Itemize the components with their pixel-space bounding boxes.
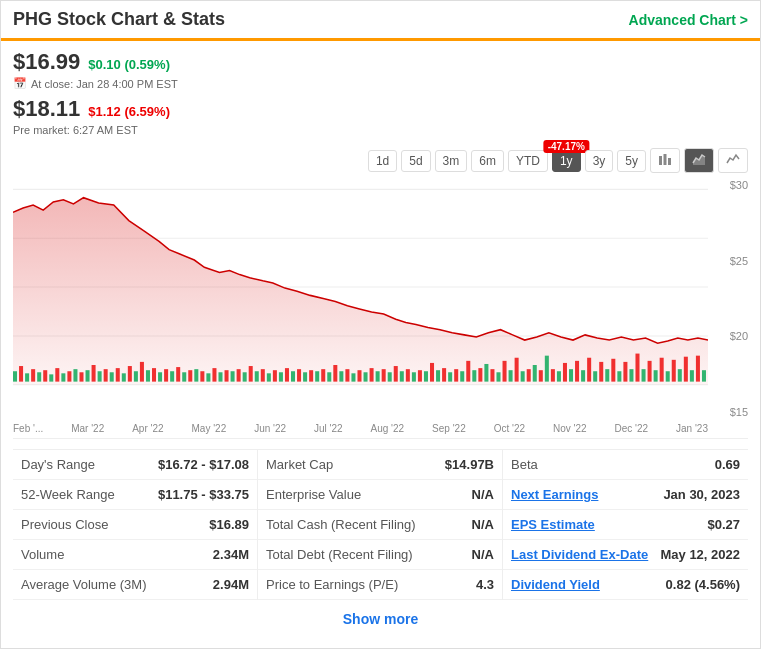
x-label-apr22: Apr '22 [132,423,163,434]
x-label-aug22: Aug '22 [371,423,405,434]
premarket-section: $18.11 $1.12 (6.59%) Pre market: 6:27 AM… [1,94,760,142]
svg-rect-99 [551,369,555,381]
svg-rect-56 [291,371,295,381]
svg-rect-120 [678,369,682,381]
svg-rect-91 [503,361,507,382]
svg-rect-28 [122,373,126,381]
stock-chart-svg [13,179,708,418]
svg-rect-27 [116,368,120,382]
stat-total-debt: Total Debt (Recent Filing) N/A [258,540,502,570]
stat-eps-estimate-label[interactable]: EPS Estimate [511,517,595,532]
stat-total-debt-value: N/A [472,547,494,562]
svg-rect-105 [587,358,591,382]
svg-rect-77 [418,370,422,381]
chart-type-bar-btn[interactable] [650,148,680,173]
svg-rect-51 [261,369,265,381]
svg-rect-14 [37,372,41,381]
svg-rect-89 [490,369,494,381]
stat-next-earnings-value: Jan 30, 2023 [663,487,740,502]
time-btn-5d[interactable]: 5d [401,150,430,172]
svg-rect-75 [406,369,410,381]
chart-type-line-btn[interactable] [718,148,748,173]
svg-rect-13 [31,369,35,381]
svg-rect-93 [515,358,519,382]
stat-prev-close: Previous Close $16.89 [13,510,257,540]
time-btn-ytd-wrapper: YTD [508,150,548,172]
stat-days-range: Day's Range $16.72 - $17.08 [13,450,257,480]
svg-rect-0 [659,156,662,165]
time-btn-1d[interactable]: 1d [368,150,397,172]
price-section: $16.99 $0.10 (0.59%) 📅 At close: Jan 28 … [1,41,760,94]
stat-52week-range: 52-Week Range $11.75 - $33.75 [13,480,257,510]
svg-rect-55 [285,368,289,382]
stat-52week-value: $11.75 - $33.75 [158,487,249,502]
advanced-chart-link[interactable]: Advanced Chart > [629,12,748,28]
time-btn-1d-wrapper: 1d [368,150,397,172]
premarket-price-row: $18.11 $1.12 (6.59%) [13,96,748,122]
stat-total-cash: Total Cash (Recent Filing) N/A [258,510,502,540]
time-btn-6m-wrapper: 6m [471,150,504,172]
close-meta: 📅 At close: Jan 28 4:00 PM EST [13,77,748,90]
x-label-sep22: Sep '22 [432,423,466,434]
svg-rect-66 [351,373,355,381]
svg-rect-50 [255,371,259,381]
stat-last-dividend-value: May 12, 2022 [660,547,740,562]
stat-enterprise-value: Enterprise Value N/A [258,480,502,510]
svg-rect-1 [664,154,667,165]
svg-rect-124 [702,370,706,381]
svg-rect-11 [19,366,23,382]
stat-dividend-yield-label[interactable]: Dividend Yield [511,577,600,592]
svg-rect-2 [668,158,671,165]
time-btn-5y[interactable]: 5y [617,150,646,172]
svg-rect-122 [690,370,694,381]
chart-svg-wrapper [13,179,708,418]
x-label-feb: Feb '... [13,423,43,434]
show-more-row: Show more [13,600,748,638]
svg-rect-118 [666,371,670,381]
svg-rect-20 [73,369,77,381]
premarket-change: $1.12 (6.59%) [88,104,170,119]
stat-last-dividend-label[interactable]: Last Dividend Ex-Date [511,547,648,562]
svg-rect-42 [206,373,210,381]
svg-rect-109 [611,359,615,382]
stat-pe-ratio-label: Price to Earnings (P/E) [266,577,398,592]
time-btn-ytd[interactable]: YTD [508,150,548,172]
stat-market-cap-label: Market Cap [266,457,333,472]
premarket-price: $18.11 [13,96,80,122]
svg-rect-95 [527,369,531,381]
stat-last-dividend: Last Dividend Ex-Date May 12, 2022 [503,540,748,570]
stat-enterprise-value-value: N/A [472,487,494,502]
stat-dividend-yield-value: 0.82 (4.56%) [666,577,740,592]
stat-avg-volume-value: 2.94M [213,577,249,592]
stat-beta-value: 0.69 [715,457,740,472]
x-label-may22: May '22 [192,423,227,434]
chart-type-area-btn[interactable] [684,148,714,173]
svg-rect-90 [496,372,500,381]
show-more-link[interactable]: Show more [343,611,418,627]
x-label-dec22: Dec '22 [614,423,648,434]
svg-rect-52 [267,373,271,381]
time-btn-3y[interactable]: 3y [585,150,614,172]
time-btn-3m[interactable]: 3m [435,150,468,172]
svg-rect-64 [339,371,343,381]
stat-prev-close-label: Previous Close [21,517,108,532]
time-btn-1y[interactable]: 1y [552,150,581,172]
svg-rect-114 [642,369,646,381]
x-label-jan23: Jan '23 [676,423,708,434]
stat-next-earnings-label[interactable]: Next Earnings [511,487,598,502]
stat-total-debt-label: Total Debt (Recent Filing) [266,547,413,562]
time-btn-6m[interactable]: 6m [471,150,504,172]
svg-rect-23 [92,365,96,382]
svg-rect-47 [237,369,241,381]
y-axis: $30 $25 $20 $15 [713,179,748,418]
close-meta-text: At close: Jan 28 4:00 PM EST [31,78,178,90]
svg-rect-87 [478,368,482,382]
svg-rect-26 [110,372,114,381]
svg-rect-81 [442,368,446,382]
x-label-oct22: Oct '22 [494,423,525,434]
x-label-jun22: Jun '22 [254,423,286,434]
stat-enterprise-value-label: Enterprise Value [266,487,361,502]
badge-1y: -47.17% [544,140,589,153]
stat-market-cap-value: $14.97B [445,457,494,472]
svg-rect-16 [49,374,53,381]
